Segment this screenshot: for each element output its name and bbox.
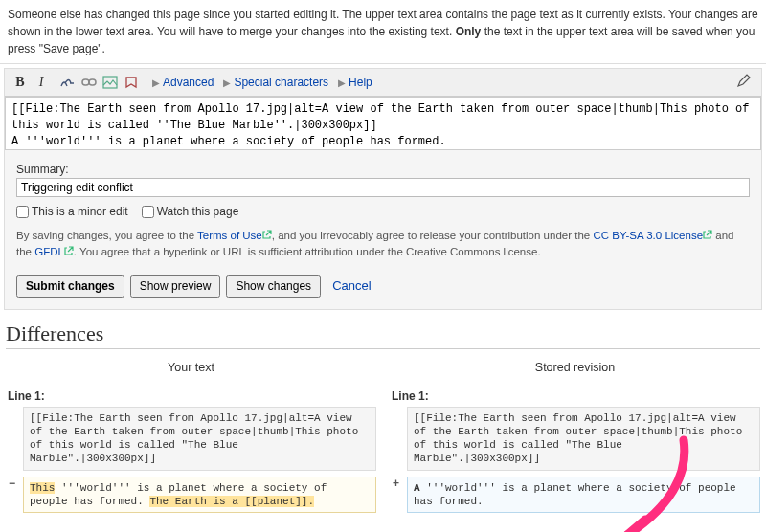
edit-pencil-icon[interactable] [736,73,755,92]
minor-edit-option[interactable]: This is a minor edit [16,205,128,218]
chevron-right-icon: ▶ [223,78,231,88]
chevron-right-icon: ▶ [338,78,346,88]
edit-toolbar: B I ▶Advanced ▶Special characters ▶Help [5,69,761,97]
cancel-link[interactable]: Cancel [332,278,371,293]
toolbar-special-chars[interactable]: ▶Special characters [223,76,328,89]
diff-context-cell: [[File:The Earth seen from Apollo 17.jpg… [407,407,760,471]
diff-table: Your text Stored revision Line 1: Line 1… [6,359,760,520]
diff-right-row2: + A '''world''' is a planet where a soci… [390,477,760,514]
upper-wikitext-textarea[interactable] [5,97,761,150]
submit-button[interactable]: Submit changes [16,275,124,298]
diff-left-row1: [[File:The Earth seen from Apollo 17.jpg… [6,407,376,471]
terms-of-use-link[interactable]: Terms of Use [197,230,272,241]
legal-text: By saving changes, you agree to the Term… [5,224,761,271]
gfdl-link[interactable]: GFDL [34,246,74,257]
toolbar-advanced[interactable]: ▶Advanced [152,76,214,89]
toolbar-help[interactable]: ▶Help [338,76,372,89]
external-link-icon [703,230,712,239]
show-changes-button[interactable]: Show changes [226,275,321,298]
reference-button[interactable] [122,73,141,92]
image-button[interactable] [101,73,120,92]
notice-line2a: the lower text area. You will have to me… [56,25,456,38]
chevron-right-icon: ▶ [152,78,160,88]
notice-bold: Only [456,25,482,38]
external-link-icon [262,230,272,239]
diff-left-lineno: Line 1: [8,389,376,403]
svg-rect-0 [82,79,89,85]
edit-options: This is a minor edit Watch this page [5,197,761,224]
signature-button[interactable] [58,73,78,92]
edit-conflict-notice: Someone else has changed this page since… [0,0,766,64]
diff-right-row1: [[File:The Earth seen from Apollo 17.jpg… [390,407,760,471]
diff-left-row2: − This '''world''' is a planet where a s… [6,477,376,514]
bold-button[interactable]: B [11,73,30,92]
diff-context-cell: [[File:The Earth seen from Apollo 17.jpg… [23,407,376,471]
diff-added-cell: A '''world''' is a planet where a societ… [407,477,760,514]
action-buttons: Submit changes Show preview Show changes… [5,271,761,309]
link-button[interactable] [79,73,99,92]
diff-minus-mark: − [6,477,19,514]
diff-right-title: Stored revision [390,361,760,374]
external-link-icon [64,246,74,255]
edit-form: B I ▶Advanced ▶Special characters ▶Help … [4,68,762,310]
diff-right-lineno: Line 1: [392,389,760,403]
diff-left-title: Your text [6,361,376,374]
watch-page-option[interactable]: Watch this page [142,205,239,218]
italic-button[interactable]: I [32,73,51,92]
differences-heading: Differences [6,321,760,349]
summary-section: Summary: [5,153,761,197]
diff-deleted-cell: This '''world''' is a planet where a soc… [23,477,376,514]
summary-input[interactable] [16,178,750,197]
watch-page-checkbox[interactable] [142,206,154,218]
svg-rect-1 [89,79,96,85]
cc-license-link[interactable]: CC BY-SA 3.0 License [593,230,712,241]
show-preview-button[interactable]: Show preview [130,275,221,298]
minor-edit-checkbox[interactable] [16,206,29,218]
summary-label: Summary: [16,163,750,176]
diff-plus-mark: + [390,477,403,514]
